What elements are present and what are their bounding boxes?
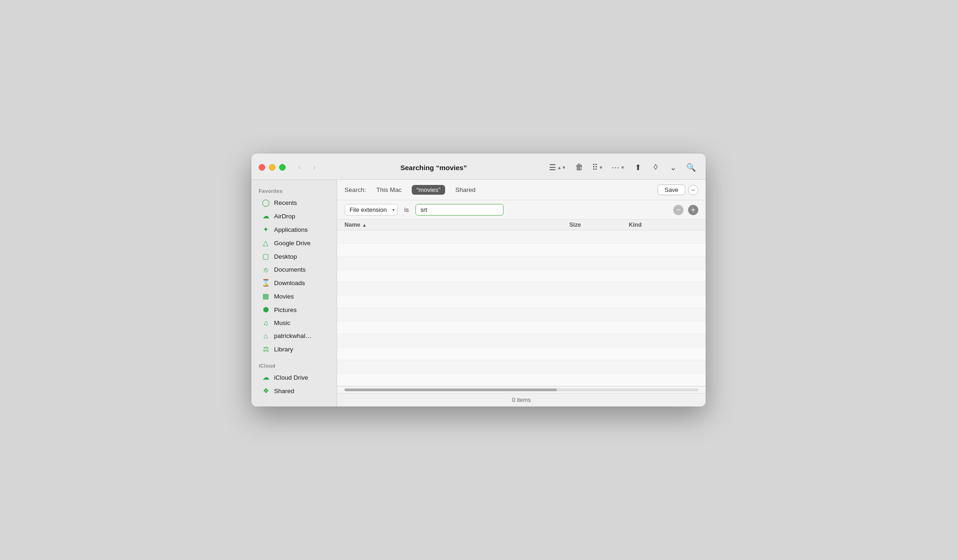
icloud-drive-icon: ☁ — [262, 373, 270, 382]
sidebar-item-library[interactable]: ⚖ Library — [254, 343, 334, 356]
scope-shared-button[interactable]: Shared — [451, 185, 480, 195]
list-view-icon: ☰ — [549, 163, 556, 172]
plus-icon: + — [691, 206, 695, 214]
sidebar-item-label: Desktop — [274, 253, 297, 260]
back-button[interactable]: ‹ — [293, 161, 306, 174]
recents-icon: ◯ — [262, 198, 270, 207]
table-row — [337, 334, 706, 347]
name-column-label: Name — [345, 222, 360, 228]
maximize-button[interactable] — [279, 164, 286, 171]
sidebar-item-label: AirDrop — [274, 213, 295, 220]
more-icon: ⋯ — [612, 163, 619, 172]
main-panel: Search: This Mac “movies” Shared Save − … — [337, 180, 706, 407]
content-area: Favorites ◯ Recents ☁ AirDrop ✦ Applicat… — [251, 180, 706, 407]
sidebar-item-label: Movies — [274, 293, 294, 300]
grid-view-button[interactable]: ⠿ ▼ — [589, 160, 606, 175]
tag-icon: ◊ — [654, 163, 657, 172]
sidebar-item-documents[interactable]: ⎋ Documents — [254, 263, 334, 276]
scrollbar-thumb[interactable] — [345, 388, 557, 391]
google-drive-icon: △ — [262, 239, 270, 247]
filter-value-input[interactable] — [415, 204, 504, 216]
downloads-icon: ⌛ — [262, 279, 270, 287]
sidebar-item-applications[interactable]: ✦ Applications — [254, 223, 334, 236]
share-button[interactable]: ⬆ — [631, 160, 645, 175]
grid-view-icon: ⠿ — [592, 163, 598, 172]
documents-icon: ⎋ — [262, 266, 270, 274]
table-row — [337, 347, 706, 360]
search-scope-bar: Search: This Mac “movies” Shared Save − — [337, 180, 706, 200]
list-view-button[interactable]: ☰ ▲▼ — [546, 160, 569, 175]
sidebar-item-shared[interactable]: ❖ Shared — [254, 384, 334, 397]
delete-button[interactable]: 🗑 — [572, 160, 587, 175]
minus-icon: − — [691, 186, 695, 193]
chevron-down-icon: ⌄ — [670, 163, 676, 172]
minimize-button[interactable] — [269, 164, 275, 171]
search-label: Search: — [345, 186, 366, 193]
search-remove-button[interactable]: − — [688, 185, 698, 195]
sidebar-item-pictures[interactable]: ⬢ Pictures — [254, 303, 334, 316]
table-row — [337, 321, 706, 334]
toolbar-actions: ☰ ▲▼ 🗑 ⠿ ▼ ⋯ ▼ ⬆ ◊ ⌄ — [546, 160, 698, 175]
finder-window: ‹ › Searching “movies” ☰ ▲▼ 🗑 ⠿ ▼ ⋯ ▼ — [251, 153, 706, 407]
sidebar: Favorites ◯ Recents ☁ AirDrop ✦ Applicat… — [251, 180, 337, 407]
sidebar-item-icloud-drive[interactable]: ☁ iCloud Drive — [254, 371, 334, 384]
size-column-label: Size — [569, 222, 581, 228]
filter-operator-label: is — [402, 206, 411, 213]
table-row — [337, 230, 706, 243]
sidebar-item-recents[interactable]: ◯ Recents — [254, 196, 334, 209]
filter-add-button[interactable]: + — [688, 205, 698, 215]
filter-row: File extension ▾ is − + — [337, 200, 706, 220]
table-row — [337, 282, 706, 295]
filter-type-select[interactable]: File extension — [345, 204, 398, 216]
pictures-icon: ⬢ — [262, 305, 270, 314]
column-kind[interactable]: Kind — [629, 222, 698, 228]
scrollbar-track — [345, 388, 698, 391]
traffic-lights — [259, 164, 286, 171]
close-button[interactable] — [259, 164, 265, 171]
sidebar-item-label: Applications — [274, 226, 308, 233]
table-row — [337, 373, 706, 386]
sidebar-item-label: iCloud Drive — [274, 374, 308, 381]
sidebar-item-music[interactable]: ♫ Music — [254, 317, 334, 329]
chevron-button[interactable]: ⌄ — [666, 160, 681, 175]
sidebar-item-label: Music — [274, 319, 290, 326]
sidebar-item-desktop[interactable]: ▢ Desktop — [254, 250, 334, 263]
search-icon: 🔍 — [686, 163, 696, 172]
scope-movies-button[interactable]: “movies” — [412, 185, 445, 195]
sidebar-item-label: Library — [274, 346, 293, 353]
sidebar-item-label: patrickwhal… — [274, 332, 312, 339]
scope-this-mac-button[interactable]: This Mac — [372, 185, 407, 195]
column-name[interactable]: Name ▲ — [345, 222, 566, 228]
list-view-chevron: ▲▼ — [557, 165, 566, 170]
sidebar-item-label: Documents — [274, 266, 306, 273]
sidebar-item-patrickwhal[interactable]: ⌂ patrickwhal… — [254, 330, 334, 342]
share-icon: ⬆ — [635, 163, 641, 172]
sidebar-item-downloads[interactable]: ⌛ Downloads — [254, 276, 334, 289]
column-size[interactable]: Size — [569, 222, 625, 228]
nav-buttons: ‹ › — [293, 161, 321, 174]
home-icon: ⌂ — [262, 332, 270, 340]
sidebar-item-label: Google Drive — [274, 240, 311, 247]
titlebar: ‹ › Searching “movies” ☰ ▲▼ 🗑 ⠿ ▼ ⋯ ▼ — [251, 153, 706, 180]
table-row — [337, 269, 706, 282]
status-bar: 0 items — [337, 393, 706, 407]
grid-view-chevron: ▼ — [599, 165, 603, 170]
trash-icon: 🗑 — [575, 163, 583, 172]
table-row — [337, 243, 706, 256]
more-button[interactable]: ⋯ ▼ — [609, 160, 628, 175]
library-icon: ⚖ — [262, 345, 270, 353]
icloud-label: iCloud — [251, 360, 337, 370]
search-button[interactable]: 🔍 — [683, 160, 698, 175]
filter-remove-button[interactable]: − — [673, 205, 683, 215]
tag-button[interactable]: ◊ — [648, 160, 663, 175]
sidebar-item-google-drive[interactable]: △ Google Drive — [254, 236, 334, 249]
table-header: Name ▲ Size Kind — [337, 220, 706, 230]
sidebar-item-label: Shared — [274, 388, 294, 395]
save-button[interactable]: Save — [657, 185, 685, 195]
items-count: 0 items — [512, 397, 530, 403]
movies-icon: ▩ — [262, 292, 270, 300]
more-chevron: ▼ — [620, 165, 625, 170]
forward-button[interactable]: › — [308, 161, 321, 174]
sidebar-item-movies[interactable]: ▩ Movies — [254, 290, 334, 303]
sidebar-item-airdrop[interactable]: ☁ AirDrop — [254, 210, 334, 223]
